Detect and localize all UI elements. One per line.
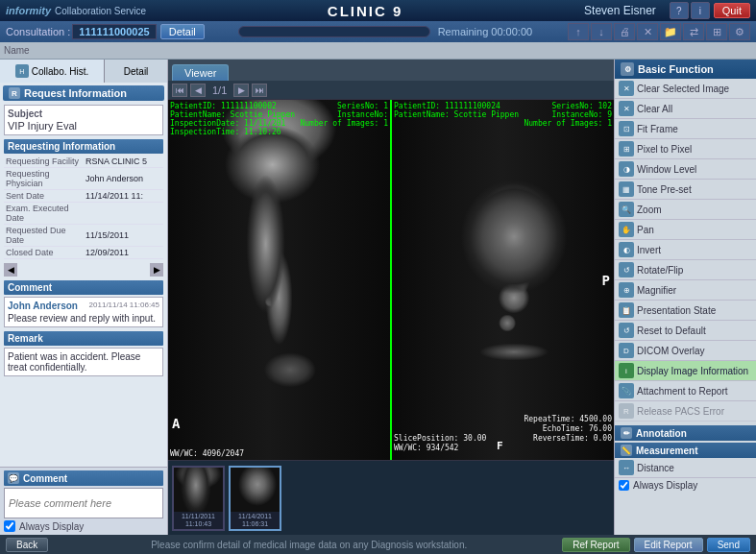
toolbar-icon-upload[interactable]: ↑ bbox=[568, 23, 589, 40]
status-text: Please confirm detail of medical image d… bbox=[56, 540, 562, 550]
ref-report-button[interactable]: Ref Report bbox=[562, 538, 629, 552]
left-content: Subject VIP Injury Eval Requesting Infor… bbox=[0, 103, 167, 467]
toolbar-icon-delete[interactable]: ✕ bbox=[637, 23, 658, 40]
right-btn-rotate-flip[interactable]: ↺ Rotate/Flip bbox=[615, 260, 756, 280]
right-btn-release-pacs[interactable]: R Release PACS Error bbox=[615, 401, 756, 422]
nav-prev-btn[interactable]: ◀ bbox=[190, 84, 206, 97]
tab-row: H Collabo. Hist. Detail bbox=[0, 60, 167, 83]
service-name: Collaboration Service bbox=[55, 6, 146, 16]
right-btn-zoom[interactable]: 🔍 Zoom bbox=[615, 200, 756, 220]
clear-selected-label: Clear Selected Image bbox=[637, 84, 729, 94]
comment-text-input[interactable] bbox=[4, 488, 163, 518]
scroll-right-arrow[interactable]: ▶ bbox=[150, 263, 163, 277]
tone-preset-icon: ▦ bbox=[619, 181, 634, 197]
info-icon-btn[interactable]: i bbox=[691, 2, 710, 19]
pixel-to-pixel-label: Pixel to Pixel bbox=[637, 144, 692, 155]
left-series-no: SeriesNo: 1 bbox=[337, 102, 388, 110]
basic-function-header: ⚙ Basic Function bbox=[615, 60, 756, 79]
image-area[interactable]: PatientID: 111111100002 SeriesNo: 1 Pati… bbox=[168, 100, 614, 460]
table-row: Requesting Facility RSNA CLINIC 5 bbox=[4, 156, 163, 168]
thumb-2-date: 11/14/2011 bbox=[238, 513, 272, 519]
right-btn-window-level[interactable]: ◑ Window Level bbox=[615, 159, 756, 180]
quit-button[interactable]: Quit bbox=[714, 3, 750, 18]
name-bar: Name bbox=[0, 42, 756, 60]
remark-box: Patient was in accident. Please treat co… bbox=[4, 348, 163, 376]
right-btn-presentation-state[interactable]: 📋 Presentation State bbox=[615, 301, 756, 321]
toolbar-icon-settings[interactable]: ⚙ bbox=[729, 23, 750, 40]
right-btn-display-image-info[interactable]: i Display Image Information bbox=[615, 361, 756, 381]
display-image-info-icon: i bbox=[619, 363, 634, 378]
field-value: 12/09/2011 bbox=[84, 247, 163, 259]
right-btn-distance[interactable]: ↔ Distance bbox=[615, 458, 756, 478]
remaining-label: Remaining 00:00:00 bbox=[438, 26, 532, 37]
basic-function-title: Basic Function bbox=[638, 63, 714, 75]
right-btn-pixel-to-pixel[interactable]: ⊞ Pixel to Pixel bbox=[615, 139, 756, 159]
left-patient-name: PatientName: Scottie Pippen bbox=[170, 110, 295, 119]
always-display-row: Always Display bbox=[4, 520, 163, 532]
right-series-no: SeriesNo: 102 bbox=[551, 102, 612, 110]
send-button[interactable]: Send bbox=[707, 538, 750, 552]
comment-section-title: Comment bbox=[8, 282, 52, 293]
always-display-right-checkbox[interactable] bbox=[619, 480, 629, 491]
toolbar-icon-download[interactable]: ↓ bbox=[591, 23, 612, 40]
scroll-left-arrow[interactable]: ◀ bbox=[4, 263, 17, 277]
right-instance-no: InstanceNo: 9 bbox=[551, 110, 612, 119]
tab-collabo-hist[interactable]: H Collabo. Hist. bbox=[0, 60, 105, 83]
consultation-label: Consultation : bbox=[6, 26, 70, 37]
right-image[interactable]: PatientID: 111111100024 SeriesNo: 102 Pa… bbox=[392, 100, 614, 460]
right-btn-dicom-overlay[interactable]: D DICOM Overlay bbox=[615, 341, 756, 361]
window-level-icon: ◑ bbox=[619, 161, 634, 177]
help-icon-btn[interactable]: ? bbox=[670, 2, 689, 19]
right-btn-reset-default[interactable]: ↺ Reset to Default bbox=[615, 321, 756, 341]
right-btn-fit-frame[interactable]: ⊡ Fit Frame bbox=[615, 119, 756, 139]
table-row: Closed Date 12/09/2011 bbox=[4, 247, 163, 259]
detail-button[interactable]: Detail bbox=[160, 24, 205, 39]
dicom-overlay-label: DICOM Overlay bbox=[637, 346, 705, 356]
thumbnail-1[interactable]: 11/11/2011 11:10:43 bbox=[172, 466, 225, 531]
tab-detail[interactable]: Detail bbox=[105, 60, 167, 83]
invert-icon: ◐ bbox=[619, 242, 634, 257]
toolbar-icon-grid[interactable]: ⊞ bbox=[706, 23, 727, 40]
right-btn-magnifier[interactable]: ⊕ Magnifier bbox=[615, 280, 756, 301]
right-label-p: P bbox=[602, 273, 610, 288]
right-btn-clear-all[interactable]: ✕ Clear All bbox=[615, 99, 756, 119]
right-btn-clear-selected[interactable]: ✕ Clear Selected Image bbox=[615, 79, 756, 99]
thumb-1-label: 11/11/2011 11:10:43 bbox=[174, 512, 223, 528]
toolbar-icon-connect[interactable]: ⇄ bbox=[683, 23, 704, 40]
back-button[interactable]: Back bbox=[6, 538, 48, 552]
toolbar-icon-print[interactable]: 🖨 bbox=[614, 23, 635, 40]
tab-detail-label: Detail bbox=[124, 66, 149, 77]
comment-text: Please review and reply with input. bbox=[8, 313, 159, 324]
measurement-header: 📏 Measurement bbox=[615, 443, 756, 458]
right-btn-pan[interactable]: ✋ Pan bbox=[615, 220, 756, 240]
pan-icon: ✋ bbox=[619, 222, 634, 237]
always-display-checkbox[interactable] bbox=[4, 520, 15, 532]
zoom-icon: 🔍 bbox=[619, 202, 634, 217]
progress-area: Remaining 00:00:00 bbox=[205, 26, 566, 37]
edit-report-button[interactable]: Edit Report bbox=[634, 538, 703, 552]
right-btn-invert[interactable]: ◐ Invert bbox=[615, 240, 756, 260]
window-level-label: Window Level bbox=[637, 164, 696, 175]
nav-first-btn[interactable]: ⏮ bbox=[172, 84, 187, 97]
viewer-tab[interactable]: Viewer bbox=[172, 64, 229, 81]
nav-last-btn[interactable]: ⏭ bbox=[252, 84, 267, 97]
measurement-title: Measurement bbox=[636, 446, 697, 456]
toolbar-icon-folder[interactable]: 📁 bbox=[660, 23, 681, 40]
magnifier-icon: ⊕ bbox=[619, 282, 634, 298]
fit-frame-label: Fit Frame bbox=[637, 124, 678, 134]
field-label: Requested Due Date bbox=[4, 225, 84, 247]
clinic-title: CLINIC 9 bbox=[146, 3, 584, 19]
nav-next-btn[interactable]: ▶ bbox=[233, 84, 249, 97]
thumbnail-2[interactable]: 11/14/2011 11:06:31 bbox=[229, 466, 281, 531]
pixel-to-pixel-icon: ⊞ bbox=[619, 141, 634, 157]
field-value: RSNA CLINIC 5 bbox=[84, 156, 163, 168]
right-btn-attachment[interactable]: 📎 Attachment to Report bbox=[615, 381, 756, 401]
page-indicator: 1/1 bbox=[208, 84, 231, 96]
comment-input-header: 💬 Comment bbox=[4, 470, 163, 486]
release-pacs-label: Release PACS Error bbox=[637, 406, 724, 417]
remark-title: Remark bbox=[8, 333, 43, 344]
left-image[interactable]: PatientID: 111111100002 SeriesNo: 1 Pati… bbox=[168, 100, 392, 460]
presentation-state-label: Presentation State bbox=[637, 305, 716, 316]
right-btn-tone-preset[interactable]: ▦ Tone Pre-set bbox=[615, 180, 756, 200]
table-row: Exam. Executed Date bbox=[4, 203, 163, 225]
